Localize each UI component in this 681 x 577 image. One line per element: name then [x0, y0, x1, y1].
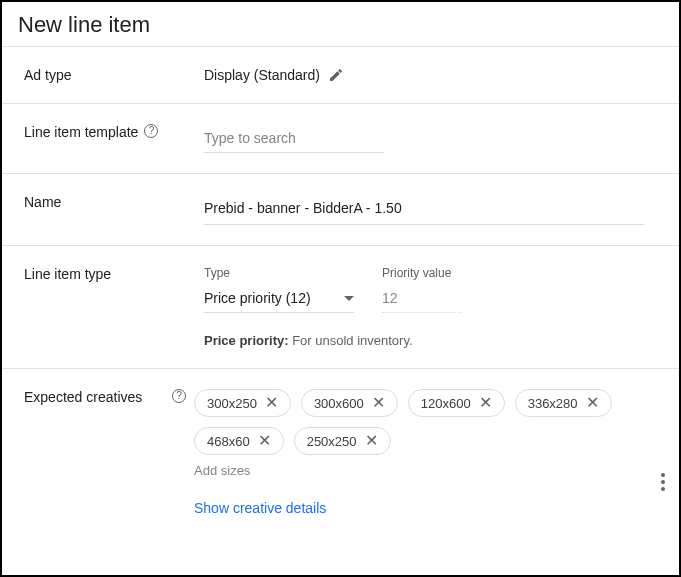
chip-label: 250x250 [307, 434, 357, 449]
size-chips: 300x250✕300x600✕120x600✕336x280✕468x60✕2… [194, 389, 659, 455]
size-chip[interactable]: 336x280✕ [515, 389, 612, 417]
label-line-item-type: Line item type [24, 266, 204, 348]
chip-label: 468x60 [207, 434, 250, 449]
close-icon[interactable]: ✕ [258, 433, 271, 449]
size-chip[interactable]: 120x600✕ [408, 389, 505, 417]
close-icon[interactable]: ✕ [586, 395, 599, 411]
type-select[interactable]: Price priority (12) [204, 286, 354, 313]
type-desc-bold: Price priority: [204, 333, 289, 348]
label-template: Line item template [24, 124, 138, 140]
label-ad-type: Ad type [24, 67, 204, 83]
page-title: New line item [18, 12, 663, 38]
help-icon[interactable]: ? [144, 124, 158, 138]
label-expected-creatives: Expected creatives [24, 389, 142, 405]
row-name: Name [2, 174, 679, 245]
add-sizes-hint[interactable]: Add sizes [194, 463, 659, 478]
row-ad-type: Ad type Display (Standard) [2, 47, 679, 103]
close-icon[interactable]: ✕ [479, 395, 492, 411]
type-desc-text: For unsold inventory. [289, 333, 413, 348]
name-input[interactable] [204, 194, 644, 225]
chip-label: 300x250 [207, 396, 257, 411]
chip-label: 300x600 [314, 396, 364, 411]
chip-label: 120x600 [421, 396, 471, 411]
type-description: Price priority: For unsold inventory. [204, 333, 659, 348]
size-chip[interactable]: 468x60✕ [194, 427, 284, 455]
priority-field-label: Priority value [382, 266, 462, 280]
type-select-value: Price priority (12) [204, 290, 311, 306]
panel-header: New line item [2, 2, 679, 46]
kebab-menu-icon[interactable] [655, 467, 671, 497]
row-line-item-type: Line item type Type Price priority (12) … [2, 246, 679, 368]
row-template: Line item template ? [2, 104, 679, 173]
label-name: Name [24, 194, 204, 225]
type-field-label: Type [204, 266, 354, 280]
help-icon[interactable]: ? [172, 389, 186, 403]
priority-input[interactable] [382, 286, 462, 313]
ad-type-value: Display (Standard) [204, 67, 320, 83]
row-expected-creatives: Expected creatives ? 300x250✕300x600✕120… [2, 369, 679, 536]
chevron-down-icon [344, 296, 354, 301]
close-icon[interactable]: ✕ [265, 395, 278, 411]
size-chip[interactable]: 300x600✕ [301, 389, 398, 417]
size-chip[interactable]: 250x250✕ [294, 427, 391, 455]
close-icon[interactable]: ✕ [365, 433, 378, 449]
template-search-input[interactable] [204, 124, 384, 153]
size-chip[interactable]: 300x250✕ [194, 389, 291, 417]
chip-label: 336x280 [528, 396, 578, 411]
pencil-icon[interactable] [328, 67, 344, 83]
show-creative-details-link[interactable]: Show creative details [194, 500, 659, 516]
close-icon[interactable]: ✕ [372, 395, 385, 411]
